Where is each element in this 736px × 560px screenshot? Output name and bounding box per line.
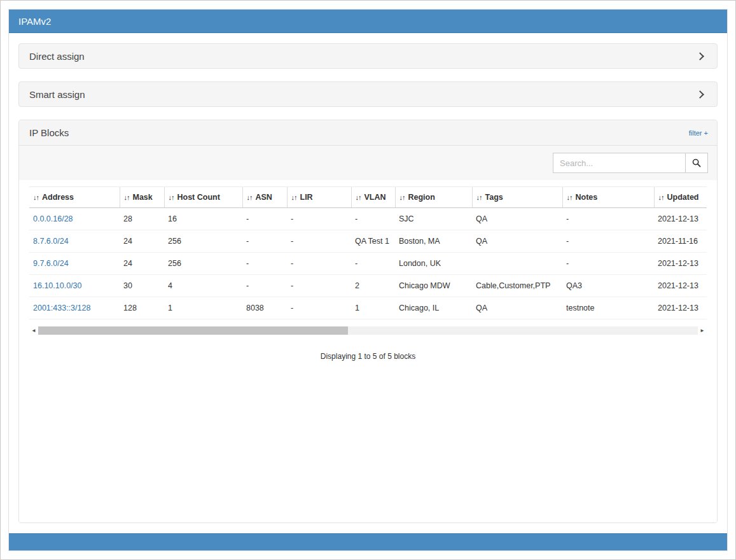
smart-assign-label: Smart assign [29, 89, 85, 100]
sort-icon: ↓↑ [169, 193, 174, 201]
cell-notes: testnote [562, 297, 654, 319]
column-header-tags[interactable]: ↓↑Tags [472, 187, 562, 208]
column-header-vlan[interactable]: ↓↑VLAN [351, 187, 395, 208]
cell-address: 9.7.6.0/24 [29, 253, 120, 275]
column-label: Tags [485, 193, 503, 202]
cell-notes: - [562, 253, 654, 275]
horizontal-scrollbar[interactable]: ◄ ► [29, 326, 707, 335]
column-label: Notes [576, 193, 598, 202]
address-link[interactable]: 2001:433::3/128 [33, 304, 90, 312]
table-row: 9.7.6.0/2424256---London, UK-2021-12-13 [29, 253, 707, 275]
direct-assign-label: Direct assign [29, 51, 85, 62]
cell-region: Chicago MDW [395, 275, 472, 297]
search-button[interactable] [685, 153, 708, 173]
column-header-updated[interactable]: ↓↑Updated [654, 187, 707, 208]
search-band [19, 146, 717, 180]
column-header-lir[interactable]: ↓↑LIR [287, 187, 351, 208]
cell-updated: 2021-12-13 [654, 208, 707, 230]
scroll-left-arrow-icon[interactable]: ◄ [29, 326, 38, 335]
cell-region: Boston, MA [395, 230, 472, 253]
column-header-mask[interactable]: ↓↑Mask [120, 187, 164, 208]
cell-asn: - [242, 208, 287, 230]
cell-updated: 2021-11-16 [654, 230, 707, 253]
column-label: ASN [256, 193, 272, 202]
smart-assign-panel[interactable]: Smart assign [18, 81, 718, 107]
address-link[interactable]: 16.10.10.0/30 [33, 281, 81, 290]
cell-updated: 2021-12-13 [654, 297, 707, 319]
address-link[interactable]: 8.7.6.0/24 [33, 237, 69, 246]
sort-icon: ↓↑ [124, 193, 130, 201]
sort-icon: ↓↑ [567, 193, 573, 201]
cell-asn: - [242, 253, 287, 275]
scrollbar-thumb[interactable] [38, 326, 348, 335]
address-link[interactable]: 0.0.0.16/28 [33, 214, 73, 223]
column-header-notes[interactable]: ↓↑Notes [562, 187, 654, 208]
scrollbar-track[interactable] [38, 326, 698, 335]
cell-host-count: 16 [164, 208, 242, 230]
search-input[interactable] [553, 153, 685, 173]
cell-lir: - [287, 297, 351, 319]
column-label: Region [408, 193, 435, 202]
cell-address: 2001:433::3/128 [29, 297, 120, 319]
column-label: VLAN [365, 193, 386, 202]
cell-mask: 30 [120, 275, 164, 297]
ip-blocks-body: ↓↑Address↓↑Mask↓↑Host Count↓↑ASN↓↑LIR↓↑V… [19, 146, 717, 522]
cell-asn: - [242, 275, 287, 297]
ip-blocks-table: ↓↑Address↓↑Mask↓↑Host Count↓↑ASN↓↑LIR↓↑V… [29, 186, 707, 319]
app-title: IPAMv2 [18, 16, 51, 27]
column-label: Mask [133, 193, 153, 202]
ip-blocks-panel: IP Blocks filter + [18, 120, 718, 523]
sort-icon: ↓↑ [33, 193, 39, 201]
table-row: 0.0.0.16/282816---SJCQA-2021-12-13 [29, 208, 707, 230]
sort-icon: ↓↑ [247, 193, 253, 201]
column-header-asn[interactable]: ↓↑ASN [242, 187, 287, 208]
direct-assign-panel[interactable]: Direct assign [18, 43, 718, 69]
search-group [553, 153, 708, 173]
sort-icon: ↓↑ [291, 193, 297, 201]
chevron-right-icon [696, 90, 704, 99]
cell-vlan: 2 [351, 275, 395, 297]
column-label: Address [42, 193, 74, 202]
cell-mask: 128 [120, 297, 164, 319]
cell-vlan: - [351, 253, 395, 275]
cell-vlan: QA Test 1 [351, 230, 395, 253]
table-row: 8.7.6.0/2424256--QA Test 1Boston, MAQA-2… [29, 230, 707, 253]
sort-icon: ↓↑ [356, 193, 361, 201]
column-label: Host Count [177, 193, 220, 202]
cell-tags: QA [472, 208, 562, 230]
cell-updated: 2021-12-13 [654, 253, 707, 275]
table-summary: Displaying 1 to 5 of 5 blocks [19, 352, 717, 361]
column-label: Updated [667, 193, 699, 202]
column-header-host-count[interactable]: ↓↑Host Count [164, 187, 242, 208]
cell-vlan: 1 [351, 297, 395, 319]
cell-lir: - [287, 208, 351, 230]
column-label: LIR [300, 193, 313, 202]
cell-asn: 8038 [242, 297, 287, 319]
cell-region: Chicago, IL [395, 297, 472, 319]
cell-host-count: 1 [164, 297, 242, 319]
cell-mask: 24 [120, 230, 164, 253]
cell-tags: QA [472, 297, 562, 319]
cell-updated: 2021-12-13 [654, 275, 707, 297]
cell-asn: - [242, 230, 287, 253]
cell-tags [472, 253, 562, 275]
app-header: IPAMv2 [9, 10, 727, 33]
cell-notes: - [562, 208, 654, 230]
column-header-address[interactable]: ↓↑Address [29, 187, 120, 208]
app-footer [9, 533, 727, 550]
scroll-right-arrow-icon[interactable]: ► [698, 326, 707, 335]
cell-lir: - [287, 275, 351, 297]
cell-notes: QA3 [562, 275, 654, 297]
cell-address: 8.7.6.0/24 [29, 230, 120, 253]
table-header-row: ↓↑Address↓↑Mask↓↑Host Count↓↑ASN↓↑LIR↓↑V… [29, 187, 707, 208]
chevron-right-icon [696, 52, 704, 60]
cell-lir: - [287, 230, 351, 253]
filter-link[interactable]: filter + [689, 129, 708, 137]
address-link[interactable]: 9.7.6.0/24 [33, 259, 69, 268]
cell-address: 0.0.0.16/28 [29, 208, 120, 230]
sort-icon: ↓↑ [476, 193, 482, 201]
cell-host-count: 4 [164, 275, 242, 297]
cell-notes: - [562, 230, 654, 253]
cell-region: SJC [395, 208, 472, 230]
column-header-region[interactable]: ↓↑Region [395, 187, 472, 208]
